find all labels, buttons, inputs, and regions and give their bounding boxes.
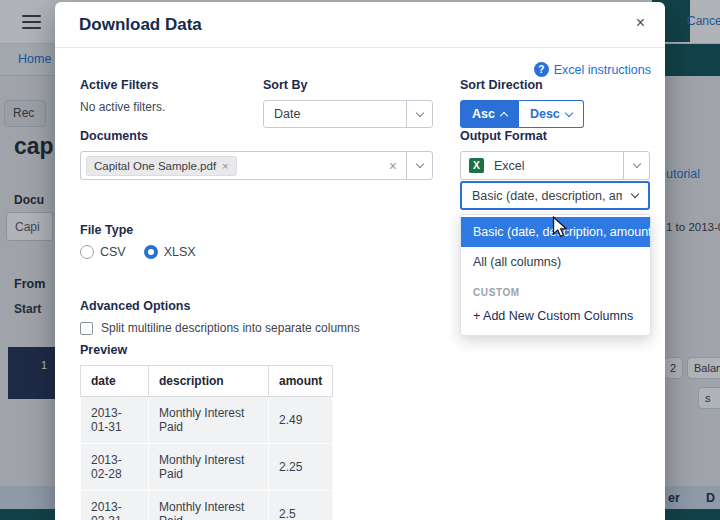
sort-asc-label: Asc [472,107,495,121]
documents-group: Documents Capital One Sample.pdf × × [80,129,433,180]
sort-desc-label: Desc [530,107,560,121]
active-filters-group: Active Filters No active filters. [80,78,165,114]
cell-description: Monthly Interest Paid [149,491,269,520]
table-header-row: date description amount [81,366,333,397]
excel-instructions-link[interactable]: ? Excel instructions [534,62,651,77]
chevron-down-icon [622,183,648,208]
sort-by-label: Sort By [263,78,433,92]
documents-multiselect[interactable]: Capital One Sample.pdf × × [80,151,433,180]
sort-by-value: Date [264,107,406,121]
cell-amount: 2.49 [269,397,333,444]
help-icon: ? [534,62,549,77]
cell-description: Monthly Interest Paid [149,397,269,444]
column-header-date: date [81,366,149,397]
checkbox-icon [80,322,93,335]
preview-group: Preview date description amount 2013-01-… [80,343,333,520]
radio-csv-label: CSV [100,245,126,259]
chevron-up-icon [500,111,508,119]
excel-instructions-label: Excel instructions [554,63,651,77]
table-row: 2013-03-31 Monthly Interest Paid 2.5 [81,491,333,520]
excel-icon: X [469,158,484,173]
sort-direction-label: Sort Direction [460,78,584,92]
advanced-options-label: Advanced Options [80,299,360,313]
sort-direction-toggle: Asc Desc [460,100,584,128]
file-type-group: File Type CSV XLSX [80,223,196,259]
chevron-down-icon [623,152,649,179]
cell-amount: 2.5 [269,491,333,520]
radio-xlsx[interactable]: XLSX [144,245,196,259]
sort-asc-button[interactable]: Asc [460,100,519,128]
columns-select-value: Basic (date, description, amount) [462,189,622,203]
radio-checked-icon [144,245,158,259]
preview-label: Preview [80,343,333,357]
svg-text:X: X [473,160,480,171]
screen: Cancel Home Rec cap Docu Capi From Start… [0,0,720,520]
documents-label: Documents [80,129,433,143]
custom-group-label: CUSTOM [461,277,650,301]
sort-by-group: Sort By Date [263,78,433,128]
close-icon[interactable]: × [636,15,645,31]
sort-direction-group: Sort Direction Asc Desc [460,78,584,128]
sort-by-select[interactable]: Date [263,100,433,128]
chevron-down-icon [406,101,432,127]
output-format-select[interactable]: X Excel [460,151,650,180]
active-filters-empty-text: No active filters. [80,100,165,114]
chevron-down-icon [565,108,573,116]
preview-table: date description amount 2013-01-31 Month… [80,365,333,520]
cell-date: 2013-02-28 [81,444,149,491]
cell-date: 2013-01-31 [81,397,149,444]
output-format-label: Output Format [460,129,650,143]
split-multiline-checkbox[interactable]: Split multiline descriptions into separa… [80,321,360,335]
option-basic-columns[interactable]: Basic (date, description, amount) [461,217,650,247]
column-header-description: description [149,366,269,397]
modal-header: Download Data × [55,2,665,48]
add-custom-columns-option[interactable]: + Add New Custom Columns [461,301,650,331]
column-header-amount: amount [269,366,333,397]
option-all-columns[interactable]: All (all columns) [461,247,650,277]
file-type-options: CSV XLSX [80,245,196,259]
tag-remove-icon[interactable]: × [222,160,228,172]
radio-csv[interactable]: CSV [80,245,126,259]
cell-date: 2013-03-31 [81,491,149,520]
cell-description: Monthly Interest Paid [149,444,269,491]
download-data-modal: Download Data × ? Excel instructions Act… [55,2,665,520]
columns-dropdown-menu: Basic (date, description, amount) All (a… [460,214,651,336]
split-multiline-label: Split multiline descriptions into separa… [101,321,360,335]
output-format-group: Output Format X Excel [460,129,650,180]
radio-unchecked-icon [80,245,94,259]
table-row: 2013-02-28 Monthly Interest Paid 2.25 [81,444,333,491]
radio-xlsx-label: XLSX [164,245,196,259]
clear-icon[interactable]: × [389,158,397,174]
advanced-options-group: Advanced Options Split multiline descrip… [80,299,360,335]
columns-select[interactable]: Basic (date, description, amount) [460,181,650,210]
columns-group: Basic (date, description, amount) Basic … [460,181,650,210]
modal-title: Download Data [55,2,665,48]
cell-amount: 2.25 [269,444,333,491]
active-filters-label: Active Filters [80,78,165,92]
document-tag-label: Capital One Sample.pdf [94,160,216,172]
output-format-value: Excel [484,159,623,173]
sort-desc-button[interactable]: Desc [519,100,584,128]
table-row: 2013-01-31 Monthly Interest Paid 2.49 [81,397,333,444]
chevron-down-icon [406,152,432,179]
file-type-label: File Type [80,223,196,237]
document-tag: Capital One Sample.pdf × [86,156,237,176]
